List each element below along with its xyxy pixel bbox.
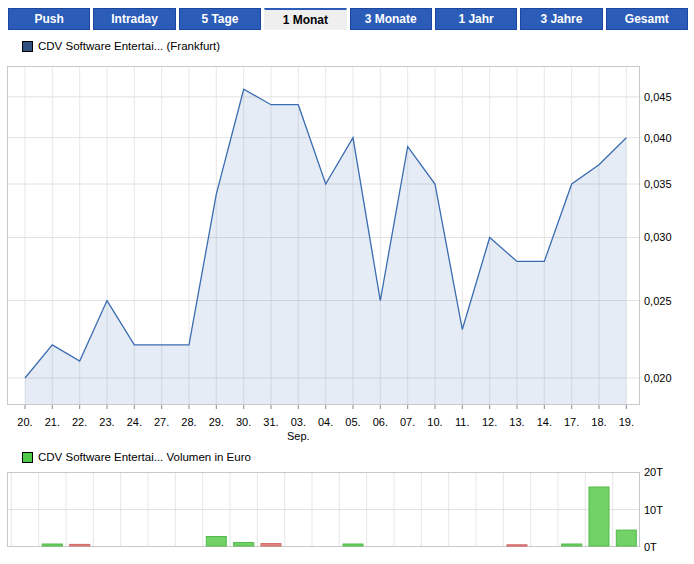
month-label: Sep. xyxy=(281,430,315,443)
tab-label: Push xyxy=(35,12,64,26)
volume-chart-svg xyxy=(7,472,640,548)
tab-3-jahre[interactable]: 3 Jahre xyxy=(520,8,602,30)
volume-y-tick-label: 20T xyxy=(644,466,663,479)
volume-legend: CDV Software Entertai... Volumen in Euro xyxy=(22,451,251,463)
tab-1-jahr[interactable]: 1 Jahr xyxy=(435,8,517,30)
price-y-tick-label: 0,035 xyxy=(644,178,672,191)
volume-legend-swatch xyxy=(22,452,33,463)
tab-label: 3 Jahre xyxy=(540,12,582,26)
period-tabbar: Push Intraday 5 Tage 1 Monat 3 Monate 1 … xyxy=(8,8,688,30)
date-tick-label: 29. xyxy=(203,416,229,429)
date-tick-label: 13. xyxy=(504,416,530,429)
date-tick-label: 05. xyxy=(340,416,366,429)
date-tick-label: 12. xyxy=(477,416,503,429)
tab-intraday[interactable]: Intraday xyxy=(93,8,175,30)
chart-widget: Push Intraday 5 Tage 1 Monat 3 Monate 1 … xyxy=(0,0,694,564)
date-tick-label: 11. xyxy=(449,416,475,429)
date-tick-label: 23. xyxy=(94,416,120,429)
volume-chart-plot xyxy=(7,472,640,548)
tab-5-tage[interactable]: 5 Tage xyxy=(179,8,261,30)
date-tick-label: 07. xyxy=(395,416,421,429)
price-chart-plot xyxy=(7,66,640,410)
date-tick-label: 06. xyxy=(367,416,393,429)
date-tick-label: 20. xyxy=(12,416,38,429)
price-y-tick-label: 0,040 xyxy=(644,132,672,145)
tab-1-monat[interactable]: 1 Monat xyxy=(264,8,346,30)
date-tick-label: 28. xyxy=(176,416,202,429)
date-tick-label: 30. xyxy=(231,416,257,429)
tab-label: 1 Jahr xyxy=(458,12,493,26)
volume-y-tick-label: 10T xyxy=(644,504,663,517)
tab-3-monate[interactable]: 3 Monate xyxy=(350,8,432,30)
price-y-tick-label: 0,045 xyxy=(644,91,672,104)
price-y-tick-label: 0,025 xyxy=(644,295,672,308)
tab-label: Gesamt xyxy=(625,12,669,26)
tab-push[interactable]: Push xyxy=(8,8,90,30)
date-tick-label: 10. xyxy=(422,416,448,429)
date-tick-label: 14. xyxy=(531,416,557,429)
date-tick-label: 19. xyxy=(613,416,639,429)
tab-label: 5 Tage xyxy=(201,12,238,26)
date-tick-label: 31. xyxy=(258,416,284,429)
date-tick-label: 27. xyxy=(149,416,175,429)
date-tick-label: 22. xyxy=(67,416,93,429)
date-tick-label: 21. xyxy=(39,416,65,429)
price-legend-swatch xyxy=(22,41,33,52)
price-legend-label: CDV Software Entertai... (Frankfurt) xyxy=(38,40,220,52)
date-tick-label: 03. xyxy=(285,416,311,429)
date-tick-label: 18. xyxy=(586,416,612,429)
price-y-tick-label: 0,020 xyxy=(644,372,672,385)
volume-y-tick-label: 0T xyxy=(644,541,657,554)
date-tick-label: 17. xyxy=(559,416,585,429)
tab-label: 1 Monat xyxy=(283,13,328,27)
tab-gesamt[interactable]: Gesamt xyxy=(606,8,688,30)
tab-label: 3 Monate xyxy=(365,12,417,26)
volume-legend-label: CDV Software Entertai... Volumen in Euro xyxy=(38,451,251,463)
tab-label: Intraday xyxy=(111,12,158,26)
price-chart-svg xyxy=(7,66,640,410)
date-tick-label: 24. xyxy=(121,416,147,429)
price-legend: CDV Software Entertai... (Frankfurt) xyxy=(22,40,220,52)
date-tick-label: 04. xyxy=(313,416,339,429)
price-y-tick-label: 0,030 xyxy=(644,231,672,244)
